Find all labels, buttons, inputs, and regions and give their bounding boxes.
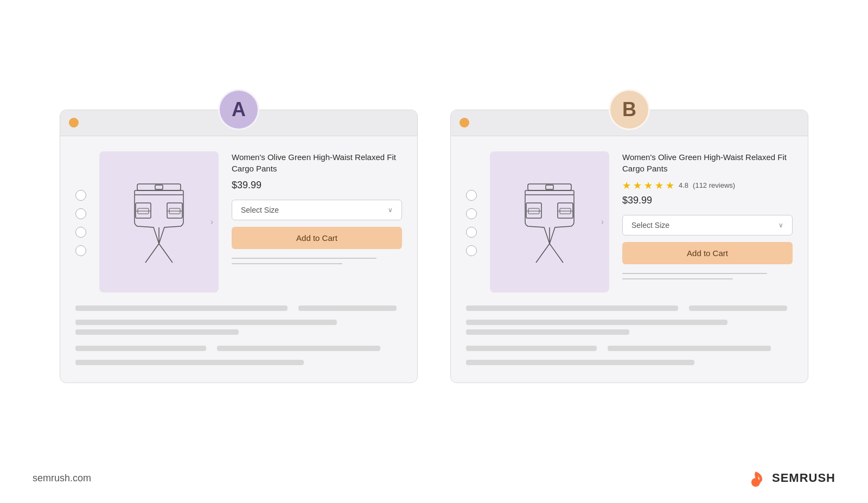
product-info-a: Women's Olive Green High-Waist Relaxed F… [232, 151, 402, 292]
product-image-b: › [490, 151, 609, 292]
main-container: A [0, 0, 868, 503]
header-dot-b [459, 118, 469, 128]
variant-a-card: › Women's Olive Green High-Waist Relaxed… [60, 110, 418, 383]
thumbnails-a [75, 151, 86, 292]
image-arrow-b[interactable]: › [601, 217, 604, 227]
size-select-a[interactable]: Select Size ∨ [232, 200, 402, 220]
cargo-pants-illustration-b [514, 179, 585, 265]
link-line-1-b [622, 273, 767, 274]
link-line-2-b [622, 278, 733, 279]
product-main-b: › Women's Olive Green High-Waist Relaxed… [466, 151, 793, 292]
star-2: ★ [633, 180, 642, 192]
variant-b-card: › Women's Olive Green High-Waist Relaxed… [450, 110, 808, 383]
svg-rect-12 [525, 190, 574, 195]
thumb-radio-3[interactable] [75, 227, 86, 238]
variant-a-wrapper: A [60, 110, 418, 383]
thumbnails-b [466, 151, 477, 292]
thumb-radio-2[interactable] [75, 208, 86, 219]
add-to-cart-button-b[interactable]: Add to Cart [622, 242, 793, 264]
product-price-b: $39.99 [622, 195, 793, 206]
product-links-b [622, 273, 793, 279]
product-image-a: › [99, 151, 219, 292]
semrush-logo: SEMRUSH [748, 468, 835, 488]
footer-domain: semrush.com [33, 473, 91, 484]
svg-rect-1 [155, 185, 163, 189]
thumb-radio-1[interactable] [75, 190, 86, 201]
star-3: ★ [644, 180, 653, 192]
star-1: ★ [622, 180, 631, 192]
card-a-body: › Women's Olive Green High-Waist Relaxed… [60, 136, 417, 383]
thumb-radio-b-3[interactable] [466, 227, 477, 238]
chevron-down-icon-b: ∨ [778, 221, 783, 229]
star-5: ★ [666, 180, 674, 192]
product-price-a: $39.99 [232, 180, 402, 191]
star-rating-b: ★ ★ ★ ★ ★ 4.8 (112 reviews) [622, 180, 793, 192]
image-arrow-a[interactable]: › [210, 217, 213, 227]
add-to-cart-button-a[interactable]: Add to Cart [232, 227, 402, 249]
skeleton-a [75, 305, 402, 365]
card-b-body: › Women's Olive Green High-Waist Relaxed… [451, 136, 808, 383]
svg-rect-2 [135, 190, 183, 195]
product-title-a: Women's Olive Green High-Waist Relaxed F… [232, 151, 402, 174]
variant-b-badge: B [609, 89, 650, 130]
thumb-radio-b-2[interactable] [466, 208, 477, 219]
size-select-b[interactable]: Select Size ∨ [622, 215, 793, 235]
product-title-b: Women's Olive Green High-Waist Relaxed F… [622, 151, 793, 174]
header-dot-a [69, 118, 79, 128]
product-links-a [232, 258, 402, 264]
variant-b-wrapper: B [450, 110, 808, 383]
thumb-radio-b-1[interactable] [466, 190, 477, 201]
skeleton-b [466, 305, 793, 365]
thumb-radio-4[interactable] [75, 245, 86, 256]
semrush-brand-text: SEMRUSH [772, 471, 835, 485]
footer: semrush.com SEMRUSH [0, 468, 868, 488]
variant-a-badge: A [218, 89, 259, 130]
svg-rect-11 [546, 185, 553, 189]
chevron-down-icon-a: ∨ [388, 206, 393, 214]
thumb-radio-b-4[interactable] [466, 245, 477, 256]
product-main-a: › Women's Olive Green High-Waist Relaxed… [75, 151, 402, 292]
link-line-2-a [232, 263, 342, 264]
product-info-b: Women's Olive Green High-Waist Relaxed F… [622, 151, 793, 292]
rating-value-b: 4.8 [679, 181, 688, 189]
link-line-1-a [232, 258, 376, 259]
rating-count-b: (112 reviews) [693, 181, 735, 189]
cargo-pants-illustration-a [124, 179, 194, 265]
star-4: ★ [655, 180, 663, 192]
semrush-icon [748, 468, 768, 488]
